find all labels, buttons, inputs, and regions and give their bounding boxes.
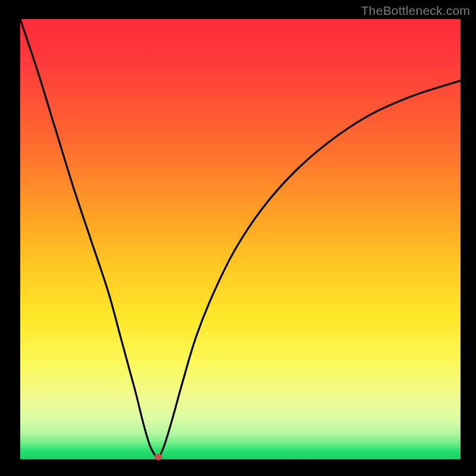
optimum-marker <box>155 454 162 461</box>
watermark-text: TheBottleneck.com <box>361 4 470 18</box>
plot-area <box>20 19 461 459</box>
bottleneck-curve <box>20 19 461 459</box>
chart-frame: TheBottleneck.com <box>0 0 476 476</box>
